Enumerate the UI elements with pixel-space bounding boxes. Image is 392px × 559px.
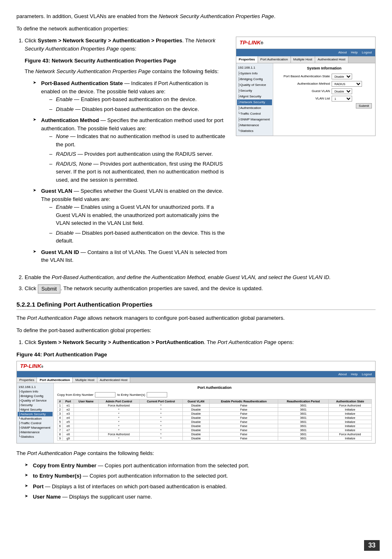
copy-to-label: to Entry Number(s) (117, 393, 145, 397)
copy-from-label: Copy from Entry Number (57, 393, 93, 397)
field-1-sublist: Enable — Enables port-based authenticati… (49, 95, 228, 113)
sidebar2-network-sec[interactable]: ├Network Security (18, 412, 53, 416)
ui2-sidebar: 192.168.1.1 ├System Info ├Bridging Confi… (17, 383, 54, 443)
sidebar-bridging[interactable]: ├Bridging Config (237, 76, 272, 82)
ui2-body: 192.168.1.1 ├System Info ├Bridging Confi… (17, 383, 375, 443)
field-copy-from-name: Copy from Entry Number (33, 462, 97, 469)
field-port: Port — Displays a list of interfaces on … (25, 483, 376, 491)
port-table: # Port User Name Admin Port Control Curr… (57, 399, 372, 441)
field-port-name: Port (33, 483, 44, 490)
table-row: 6e6**DisableFalse3601Initialize (58, 424, 372, 428)
field-name-4: Guest VLAN ID (41, 249, 79, 255)
fig44-label: Figure 44: Port Authentication Page (16, 351, 376, 359)
ui1-tabs: Properties Port Authentication Multiple … (236, 56, 375, 63)
step-2: Enable the Port-Based Authentication, an… (25, 273, 376, 282)
copy-to-input[interactable] (147, 392, 167, 397)
table-row: 9g9**DisableFalse3601Initialize (58, 437, 372, 441)
sidebar-traffic[interactable]: └Traffic Control (237, 111, 272, 117)
sidebar-auth[interactable]: ├Authentication (237, 105, 272, 111)
nav-help[interactable]: Help (349, 50, 359, 55)
table-row: 3e3**DisableFalse3601Initialize (58, 412, 372, 416)
sidebar-network-sec[interactable]: ├Network Security (237, 99, 272, 105)
sidebar2-snmp[interactable]: ├SNMP Management (18, 425, 53, 430)
field-copy-from: Copy from Entry Number — Copies port aut… (25, 462, 376, 470)
ui2-title: Port Authentication (57, 386, 372, 390)
col-num: # (58, 400, 63, 404)
section522-fields-list: Copy from Entry Number — Copies port aut… (25, 462, 376, 501)
field-1-sub-1: Enable — Enables port-based authenticati… (49, 95, 228, 104)
sidebar2-traffic[interactable]: ├Traffic Control (18, 421, 53, 425)
tab-auth-host[interactable]: Authenticated Host (315, 56, 348, 63)
define-intro: To define the network authentication pro… (16, 25, 376, 33)
sidebar2-system-info[interactable]: ├System Info (18, 389, 53, 394)
tab-multiple-host[interactable]: Multiple Host (291, 56, 315, 63)
sidebar2-bridging[interactable]: ├Bridging Config (18, 394, 53, 398)
form-row-4: VLAN List 1 (277, 96, 372, 102)
field-name-3: Guest VLAN (41, 188, 72, 194)
nav2-help[interactable]: Help (349, 372, 359, 377)
ui2-logo: TP-LINK® (20, 363, 43, 369)
ui1-header: TP-LINK® (236, 37, 375, 49)
sidebar-qos[interactable]: ├Quality of Service (237, 82, 272, 88)
field-auth-method: Authentication Method — Specifies the au… (33, 116, 228, 184)
sidebar-system-info[interactable]: ├System Info (237, 71, 272, 76)
sidebar-snmp[interactable]: ├SNMP Management (237, 117, 272, 122)
sidebar-ip[interactable]: 192.168.1.1 (237, 65, 272, 71)
field-3-sub-1: Enable — Enables using a Guest VLAN for … (49, 203, 228, 227)
section522-define-intro: To define the port-based authentication … (16, 326, 376, 335)
step1-nav: System > Network Security > Authenticati… (38, 37, 182, 44)
vlan-list-select[interactable]: 1 (332, 96, 352, 102)
field-3-sublist: Enable — Enables using a Guest VLAN for … (49, 203, 228, 245)
ui1-main: System Information Port Based Authentica… (273, 63, 375, 136)
screenshot-1: TP-LINK® About Help Logout Properties Po… (236, 37, 376, 136)
guest-vlan-select[interactable]: Disable Enable (332, 88, 352, 94)
table-row: 8e8Force Authorized*DisableFalse3601Forc… (58, 432, 372, 437)
submit-button-inline[interactable]: Submit (38, 284, 60, 293)
step1-text: Click System > Network Security > Authen… (25, 37, 228, 53)
nav-logout[interactable]: Logout (360, 50, 374, 55)
sidebar2-maintenance[interactable]: ├Maintenance (18, 430, 53, 434)
step-1: Click System > Network Security > Authen… (25, 37, 376, 268)
field-name-2: Authentication Method (41, 117, 99, 123)
sidebar2-statistics[interactable]: └Statistics (18, 434, 53, 439)
tab2-auth-host[interactable]: Authenticated Host (97, 377, 131, 383)
tab2-properties[interactable]: Properties (17, 377, 37, 383)
step2-italic: Port-Based Authentication, and define th… (52, 274, 331, 280)
copy-from-input[interactable] (95, 392, 115, 397)
tab-properties[interactable]: Properties (236, 56, 258, 63)
table-row: 4e4**DisableFalse3601Initialize (58, 416, 372, 420)
field-2-sub-1: None — Indicates that no authentication … (49, 132, 228, 148)
intro-paragraph: parameters. In addition, Guest VLANs are… (16, 12, 376, 21)
col-auth-state: Authentication State (329, 400, 372, 404)
ui2-nav: About Help Logout (17, 371, 375, 377)
field-1-sub-2: Disable — Disables port-based authentica… (49, 105, 228, 113)
ui1-sidebar: 192.168.1.1 ├System Info ├Bridging Confi… (236, 63, 273, 136)
tab2-port-auth[interactable]: Port Authentication (37, 377, 73, 383)
tab-port-auth[interactable]: Port Authentication (258, 56, 291, 63)
ui2-header: TP-LINK® (17, 361, 375, 371)
sidebar2-mgmt-sec[interactable]: ├Mgmt Security (18, 407, 53, 412)
sidebar-security[interactable]: ├Security (237, 88, 272, 94)
sidebar2-ip[interactable]: 192.168.1.1 (18, 385, 53, 389)
nav2-logout[interactable]: Logout (360, 372, 374, 377)
auth-state-select[interactable]: Disable Enable (332, 74, 352, 79)
table-row: 7e7**DisableFalse3601Initialize (58, 428, 372, 432)
nav-about[interactable]: About (337, 50, 348, 55)
fig43-label: Figure 43: Network Security Authenticati… (25, 57, 228, 65)
sidebar2-auth[interactable]: └Authentication (18, 416, 53, 421)
sidebar-mgmt-sec[interactable]: ├Mgmt Security (237, 94, 272, 99)
table-row: 1e1Force Authorized*DisableFalse3601Forc… (58, 404, 372, 408)
sidebar2-qos[interactable]: ├Quality of Service (18, 398, 53, 403)
nav2-about[interactable]: About (337, 372, 348, 377)
ui1-submit-btn[interactable]: Submit (356, 103, 372, 109)
form-row-1: Port Based Authentication State Disable … (277, 74, 372, 79)
tab2-multiple-host[interactable]: Multiple Host (73, 377, 97, 383)
sidebar2-security[interactable]: ├Security (18, 403, 53, 407)
sidebar-maintenance[interactable]: ├Maintenance (237, 122, 272, 128)
field-guest-vlan: Guest VLAN — Specifies whether the Guest… (33, 187, 228, 245)
ui1-title: System Information (277, 66, 372, 72)
auth-method-select[interactable]: RADIUS None RADIUS, None (332, 81, 362, 87)
ui1-nav: About Help Logout (236, 49, 375, 56)
sidebar-statistics[interactable]: └Statistics (237, 128, 272, 134)
ui1-logo: TP-LINK® (240, 39, 263, 47)
